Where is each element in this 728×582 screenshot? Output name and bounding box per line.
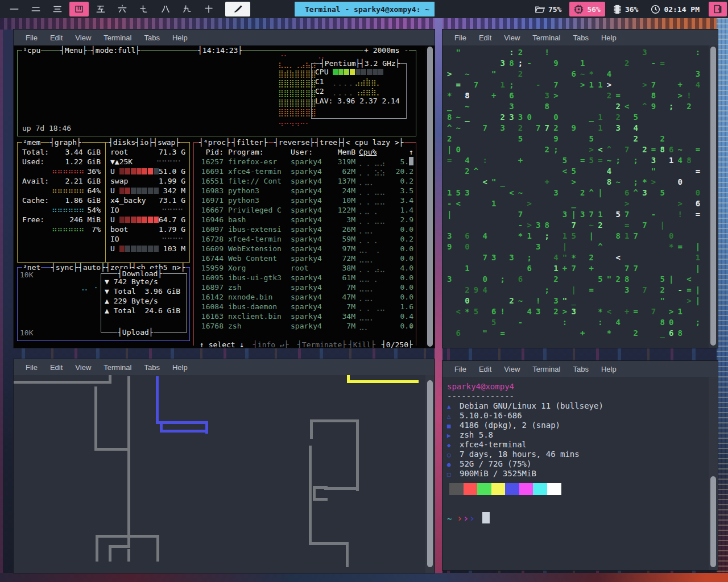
- proc-row: 15959Xorgroot38M⡀⢀ ⣠⣀4.0: [198, 263, 411, 273]
- menu-item-edit[interactable]: Edit: [44, 361, 69, 374]
- tray-clock-indicator[interactable]: 02:14 PM: [646, 2, 704, 16]
- scrollbar[interactable]: [425, 45, 435, 348]
- workspace-button-2[interactable]: [26, 2, 46, 16]
- workspace-button-10[interactable]: [199, 2, 218, 16]
- matrix-glyph: 7: [536, 123, 540, 132]
- matrix-glyph: 2: [615, 113, 620, 122]
- menu-item-terminal[interactable]: Terminal: [97, 361, 138, 374]
- proc-reverse-button[interactable]: ┤reverse├: [274, 138, 315, 147]
- matrix-glyph: ;: [696, 318, 700, 327]
- menu-item-view[interactable]: View: [69, 361, 97, 374]
- menu-item-help[interactable]: Help: [595, 363, 623, 376]
- pipe-segment-gray: [94, 448, 127, 451]
- menu-item-tabs[interactable]: Tabs: [566, 363, 594, 376]
- pipe-segment-gray: [309, 542, 349, 545]
- matrix-glyph: 2: [553, 123, 558, 132]
- matrix-glyph: |: [660, 221, 664, 230]
- matrix-glyph: 4: [482, 285, 487, 294]
- mem-line: ⠶⠶⠶⠶⠶⠶36%: [22, 167, 102, 176]
- scrollbar[interactable]: [709, 45, 718, 348]
- matrix-glyph: 3: [642, 188, 647, 197]
- menu-item-edit[interactable]: Edit: [473, 31, 498, 44]
- matrix-glyph: <: [607, 307, 611, 316]
- scrollbar[interactable]: [425, 375, 435, 573]
- workspace-button-9[interactable]: [177, 2, 197, 16]
- workspace-button-8[interactable]: [156, 2, 175, 16]
- tray-folder-indicator[interactable]: 75%: [531, 2, 566, 16]
- matrix-glyph: =: [456, 80, 461, 89]
- matrix-glyph: ;: [634, 177, 638, 186]
- matrix-glyph: ^: [474, 167, 478, 176]
- cpu-interval-control[interactable]: + 2000ms -: [363, 45, 409, 55]
- workspace-button-6[interactable]: [113, 2, 132, 16]
- tray-value: 56%: [587, 5, 600, 14]
- matrix-content: ":2!3:38;-912-=>~"26~*43=71;-7>11>>7+4*8…: [442, 45, 718, 348]
- menu-item-tabs[interactable]: Tabs: [138, 361, 166, 374]
- menu-item-file[interactable]: File: [19, 361, 44, 374]
- cpu-graph-row: ⣿⣿⣿⣿⣿⣿⣿: [278, 88, 316, 98]
- proc-info-button[interactable]: ┤info ↵├: [253, 340, 289, 348]
- cpu-menu-button[interactable]: ┤Menu├: [60, 45, 88, 55]
- workspace-button-7[interactable]: [134, 2, 154, 16]
- menu-item-terminal[interactable]: Terminal: [97, 31, 138, 44]
- menu-item-help[interactable]: Help: [166, 361, 194, 374]
- net-stats-box: ┤Download├┤Upload├▼ 742 Byte/s▼ Total 3.…: [101, 273, 187, 332]
- matrix-glyph: =: [634, 307, 638, 316]
- proc-terminate-button[interactable]: ┤Terminate├: [297, 340, 346, 348]
- cpu-mode-toggle[interactable]: ┤mode:full├: [90, 45, 140, 55]
- menu-item-view[interactable]: View: [498, 363, 526, 376]
- proc-kill-button[interactable]: ┤Kill├: [349, 340, 375, 348]
- menu-item-edit[interactable]: Edit: [44, 31, 69, 44]
- matrix-glyph: 2: [615, 275, 620, 284]
- matrix-glyph: >: [678, 199, 682, 208]
- scrollbar[interactable]: [709, 377, 718, 570]
- matrix-glyph: =: [651, 145, 656, 154]
- menu-item-file[interactable]: File: [448, 31, 473, 44]
- pipes-terminal-window: FileEditViewTerminalTabsHelp: [14, 359, 435, 573]
- proc-tree-button[interactable]: ┤tree├: [315, 138, 342, 147]
- color-swatch-4: [505, 483, 519, 495]
- cpu-core-row: CPU 48%: [315, 67, 400, 77]
- terminal-cursor[interactable]: [482, 512, 490, 523]
- menu-item-terminal[interactable]: Terminal: [526, 363, 566, 376]
- menu-item-file[interactable]: File: [19, 31, 44, 44]
- workspace-button-3[interactable]: [48, 2, 67, 16]
- proc-filter-button[interactable]: ┤filter├: [231, 138, 268, 147]
- matrix-glyph: 3: [509, 113, 514, 122]
- workspace-button-4[interactable]: [69, 2, 89, 16]
- matrix-glyph: ;: [527, 253, 531, 262]
- menu-item-view[interactable]: View: [498, 31, 526, 44]
- matrix-glyph: 6: [696, 199, 700, 208]
- logout-button[interactable]: [709, 2, 727, 16]
- matrix-glyph: 5: [571, 167, 576, 176]
- proc-sort-selector[interactable]: ┤< cpu lazy >├: [341, 138, 404, 147]
- matrix-glyph: 7: [634, 264, 638, 273]
- tray-cpu-indicator[interactable]: 56%: [569, 2, 605, 16]
- matrix-glyph: 2: [553, 275, 558, 284]
- mem-graph-toggle[interactable]: ┤graph├: [49, 138, 82, 147]
- menu-item-file[interactable]: File: [448, 363, 473, 376]
- matrix-glyph: |: [669, 275, 673, 284]
- workspace-button-5[interactable]: [91, 2, 110, 16]
- net-option-1[interactable]: ┤auto├: [78, 263, 106, 272]
- proc-scroll-indicator[interactable]: [409, 157, 413, 165]
- matrix-glyph: ^: [598, 242, 602, 251]
- launcher-brush-button[interactable]: [225, 2, 250, 16]
- menu-item-help[interactable]: Help: [166, 31, 194, 44]
- workspace-button-1[interactable]: [5, 2, 24, 16]
- tray-ram-indicator[interactable]: 36%: [609, 2, 643, 16]
- matrix-glyph: ~: [518, 188, 523, 197]
- menu-item-tabs[interactable]: Tabs: [138, 31, 166, 44]
- matrix-glyph: _: [660, 329, 664, 338]
- menu-item-terminal[interactable]: Terminal: [526, 31, 566, 44]
- proc-select-control[interactable]: ↑ select ↓: [200, 340, 244, 348]
- net-option-0[interactable]: ┤sync├: [51, 263, 78, 272]
- taskbar-window-button[interactable]: Terminal - sparky4@xompy4: ~: [295, 2, 435, 16]
- matrix-glyph: 8: [545, 102, 549, 111]
- menu-item-edit[interactable]: Edit: [473, 363, 498, 376]
- menu-item-view[interactable]: View: [69, 31, 97, 44]
- menu-item-tabs[interactable]: Tabs: [566, 31, 594, 44]
- menu-item-help[interactable]: Help: [595, 31, 623, 44]
- matrix-glyph: 2: [518, 123, 523, 132]
- matrix-glyph: =: [696, 167, 700, 176]
